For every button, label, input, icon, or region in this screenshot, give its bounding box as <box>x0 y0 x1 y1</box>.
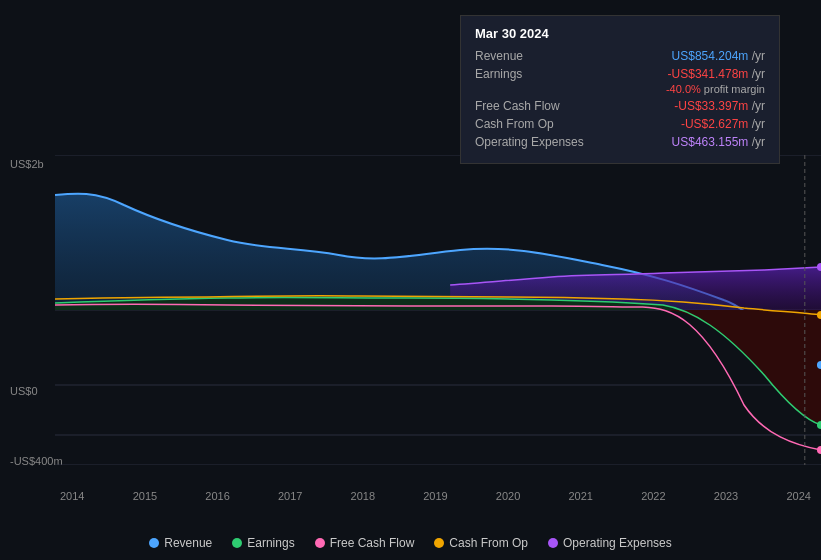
tooltip-opex-value: US$463.155m /yr <box>672 135 765 149</box>
legend-earnings-dot <box>232 538 242 548</box>
chart-legend: Revenue Earnings Free Cash Flow Cash Fro… <box>0 536 821 550</box>
tooltip-cashop-label: Cash From Op <box>475 117 554 131</box>
tooltip-opex-row: Operating Expenses US$463.155m /yr <box>475 135 765 149</box>
tooltip-fcf-row: Free Cash Flow -US$33.397m /yr <box>475 99 765 113</box>
x-label-2017: 2017 <box>278 490 302 502</box>
legend-revenue-dot <box>149 538 159 548</box>
x-label-2018: 2018 <box>351 490 375 502</box>
legend-cashop-dot <box>434 538 444 548</box>
x-label-2023: 2023 <box>714 490 738 502</box>
tooltip-opex-label: Operating Expenses <box>475 135 584 149</box>
x-label-2016: 2016 <box>205 490 229 502</box>
legend-opex-label: Operating Expenses <box>563 536 672 550</box>
y-axis-top-label: US$2b <box>10 158 44 170</box>
x-label-2019: 2019 <box>423 490 447 502</box>
chart-svg <box>55 155 821 465</box>
x-label-2021: 2021 <box>568 490 592 502</box>
tooltip-earnings-row: Earnings -US$341.478m /yr <box>475 67 765 81</box>
legend-earnings-label: Earnings <box>247 536 294 550</box>
tooltip-margin-sub: -40.0% profit margin <box>475 83 765 95</box>
earnings-negative-fill <box>663 310 821 425</box>
tooltip-revenue-label: Revenue <box>475 49 523 63</box>
tooltip-revenue-value: US$854.204m /yr <box>672 49 765 63</box>
legend-fcf-dot <box>315 538 325 548</box>
legend-opex-dot <box>548 538 558 548</box>
y-axis-mid-label: US$0 <box>10 385 38 397</box>
legend-fcf: Free Cash Flow <box>315 536 415 550</box>
legend-fcf-label: Free Cash Flow <box>330 536 415 550</box>
legend-revenue: Revenue <box>149 536 212 550</box>
tooltip-panel: Mar 30 2024 Revenue US$854.204m /yr Earn… <box>460 15 780 164</box>
legend-revenue-label: Revenue <box>164 536 212 550</box>
legend-opex: Operating Expenses <box>548 536 672 550</box>
x-label-2014: 2014 <box>60 490 84 502</box>
fcf-line <box>55 304 821 450</box>
x-axis: 2014 2015 2016 2017 2018 2019 2020 2021 … <box>60 490 811 502</box>
tooltip-fcf-value: -US$33.397m /yr <box>674 99 765 113</box>
tooltip-earnings-label: Earnings <box>475 67 522 81</box>
legend-cashop: Cash From Op <box>434 536 528 550</box>
tooltip-date: Mar 30 2024 <box>475 26 765 41</box>
fcf-dot <box>817 446 821 454</box>
tooltip-fcf-label: Free Cash Flow <box>475 99 560 113</box>
tooltip-cashop-row: Cash From Op -US$2.627m /yr <box>475 117 765 131</box>
tooltip-earnings-value: -US$341.478m /yr <box>668 67 765 81</box>
x-label-2022: 2022 <box>641 490 665 502</box>
legend-cashop-label: Cash From Op <box>449 536 528 550</box>
legend-earnings: Earnings <box>232 536 294 550</box>
x-label-2015: 2015 <box>133 490 157 502</box>
x-label-2024: 2024 <box>786 490 810 502</box>
tooltip-cashop-value: -US$2.627m /yr <box>681 117 765 131</box>
tooltip-revenue-row: Revenue US$854.204m /yr <box>475 49 765 63</box>
x-label-2020: 2020 <box>496 490 520 502</box>
